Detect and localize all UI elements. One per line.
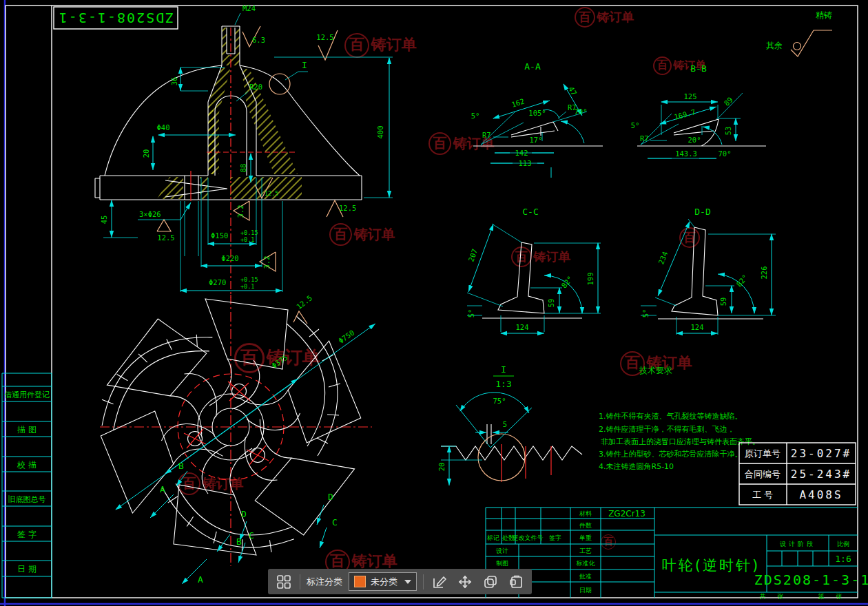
sheet-frame <box>0 0 868 606</box>
tech-req-title: 技术要求 <box>639 366 672 375</box>
sheet-code-mirrored: ZDS208-1-3-1 <box>58 10 174 26</box>
dim-phi150-tol-up: +0.15 <box>240 229 258 236</box>
section-aa-title: A-A <box>524 61 541 72</box>
dim-aa-162: 162 <box>510 97 526 109</box>
cad-drawing-canvas[interactable]: ZDS208-1-3-1 精铸 其余 借通用件登记 描 图 校 描 旧底图总号 … <box>0 0 868 606</box>
dim-bb-169_7: 169.7 <box>673 107 696 121</box>
dim-aa-142: 142 <box>515 149 528 157</box>
dim-36: 36 <box>170 77 178 86</box>
tb-material-value: ZG2Cr13 <box>608 509 645 519</box>
dim-r20: R20 <box>249 83 262 91</box>
rest-label: 其余 <box>766 41 783 50</box>
dim-3_2-a: 3.2 <box>236 205 245 218</box>
tb-qty-label: 件数 <box>579 522 592 529</box>
paste-annotation-button[interactable] <box>506 572 526 592</box>
cut-label-d1: D <box>241 509 247 519</box>
dim-phi220: Φ220 <box>221 254 238 262</box>
sidebar-item-check-trace: 校 描 <box>17 460 37 470</box>
chevron-down-icon <box>404 580 411 584</box>
order-value-0: 23-027# <box>791 447 851 460</box>
dim-aa-47: 47 <box>567 85 579 97</box>
cut-label-b1: B <box>178 461 184 471</box>
tb-stage-label: 设计阶段 <box>780 541 816 547</box>
tb-material-label: 材料 <box>579 510 592 517</box>
dim-dd-234: 234 <box>657 250 669 265</box>
dim-bb-89: 89 <box>722 95 734 107</box>
edit-annotation-button[interactable] <box>430 572 449 592</box>
annotation-toolbar: 标注分类 未分类 <box>268 569 532 594</box>
category-color-swatch <box>354 576 366 587</box>
dim-cc-124: 124 <box>516 323 529 331</box>
detail-i-scale: 1:3 <box>495 379 511 389</box>
tb-std-label: 标准化 <box>576 560 596 567</box>
order-label-1: 合同编号 <box>745 469 781 479</box>
dim-phi150-tol-lo: +0.1 <box>240 236 254 243</box>
dim-bb-125: 125 <box>684 92 697 101</box>
dim-88: 88 <box>239 164 247 173</box>
dim-i-75: 75° <box>493 397 506 405</box>
dim-cc-207: 207 <box>466 248 479 263</box>
general-roughness-note: 精铸 其余 <box>766 10 832 56</box>
category-dropdown[interactable]: 未分类 <box>349 572 417 591</box>
sidebar-item-date: 日 期 <box>17 564 37 574</box>
tech-req-line: 4.未注铸造圆角R5-10 <box>599 462 674 471</box>
dim-dd-5: 5° <box>641 309 650 318</box>
dim-6_3: 6.3 <box>252 36 265 44</box>
dim-20: 20 <box>142 149 150 158</box>
dim-aa-r7b: R7 <box>482 131 491 139</box>
tb-sheet-unit2: 张 <box>836 593 843 600</box>
tb-scale-value: 1:6 <box>835 554 851 564</box>
dim-12_5-holes: 12.5 <box>157 233 174 242</box>
dim-phi150: Φ150 <box>211 231 228 240</box>
dim-dd-59: 59 <box>719 297 727 306</box>
section-aa: A-A 162 105° 5° R7 R7 17° 142 113 70° 47 <box>471 61 603 178</box>
dim-i-5: 5 <box>503 420 507 428</box>
tb-doc-label: 更改文件号 <box>513 534 544 541</box>
tb-sign-label: 签字 <box>549 534 561 541</box>
section-dd-title: D-D <box>694 207 711 217</box>
cut-label-b2: B <box>236 536 242 547</box>
dim-phi270-tol-lo: +0.1 <box>240 283 254 290</box>
sidebar-item-old-no: 旧底图总号 <box>8 495 46 504</box>
edit-icon <box>432 574 447 589</box>
category-grid-button[interactable] <box>274 572 293 592</box>
cast-label: 精铸 <box>816 10 832 20</box>
main-section-view: M24 6.3 12.5 R20 36 Φ40 20 88 400 I 45 3… <box>95 4 393 297</box>
cut-label-c1: C <box>249 530 254 541</box>
cut-label-c2: C <box>332 517 338 527</box>
tb-weight-label: 单重 <box>579 534 592 541</box>
cut-label-a1: A <box>160 484 165 494</box>
part-name: 叶轮(逆时针) <box>662 557 760 574</box>
detail-ref-label: I <box>302 60 307 70</box>
move-annotation-button[interactable] <box>455 572 475 592</box>
tech-requirements: 技术要求 1.铸件不得有夹渣、气孔裂纹等铸造缺陷。 2.铸件应清理干净，不得有毛… <box>599 366 760 471</box>
toolbar-divider <box>423 574 424 589</box>
tb-mark-label: 标记 <box>486 534 499 541</box>
tech-req-line: 非加工表面上的浇冒口应清理与铸件表面齐平。 <box>601 437 760 446</box>
section-cc: C-C 207 199 82° 59 124 5° <box>466 207 601 333</box>
dim-bb-5: 5° <box>631 121 640 129</box>
sidebar-item-register: 借通用件登记 <box>4 390 50 399</box>
order-table: 原订单号 23-027# 合同编号 25-243# 工 号 A408S <box>739 443 856 505</box>
impeller-view: Φ750 Φ375 12.5 A A B B C C D D <box>80 293 375 585</box>
copy-annotation-button[interactable] <box>481 572 500 592</box>
dim-bb-143_3: 143.3 <box>675 149 697 158</box>
dim-aa-113: 113 <box>519 159 532 167</box>
dim-12_5-top: 12.5 <box>316 33 333 41</box>
dim-bb-r7: R7 <box>640 134 649 143</box>
cut-label-a2: A <box>198 574 203 585</box>
dim-phi750: Φ750 <box>337 328 356 345</box>
dim-aa-105: 105° <box>528 109 546 117</box>
cut-label-d2: D <box>328 492 333 502</box>
order-value-1: 25-243# <box>791 468 851 481</box>
dim-12_5-step: 12.5 <box>265 190 278 197</box>
drawing-number: ZDS208-1-3-1 <box>754 572 868 588</box>
dim-12_5-blade: 12.5 <box>295 293 313 311</box>
title-block: 标记 处数 更改文件号 签字 设计 制图 材料 件数 单重 工艺 标准化 批准 … <box>486 508 868 600</box>
dim-aa-5: 5° <box>471 112 480 120</box>
sidebar-item-trace: 描 图 <box>17 425 37 435</box>
dim-bb-70: 70° <box>719 149 732 158</box>
category-dropdown-value: 未分类 <box>371 576 400 588</box>
cad-application: 百铸订单 百铸订单 百铸订单 百铸订单 百铸订单 百铸订单 百铸订单 百铸订单 … <box>0 0 868 606</box>
order-value-2: A408S <box>799 488 843 501</box>
